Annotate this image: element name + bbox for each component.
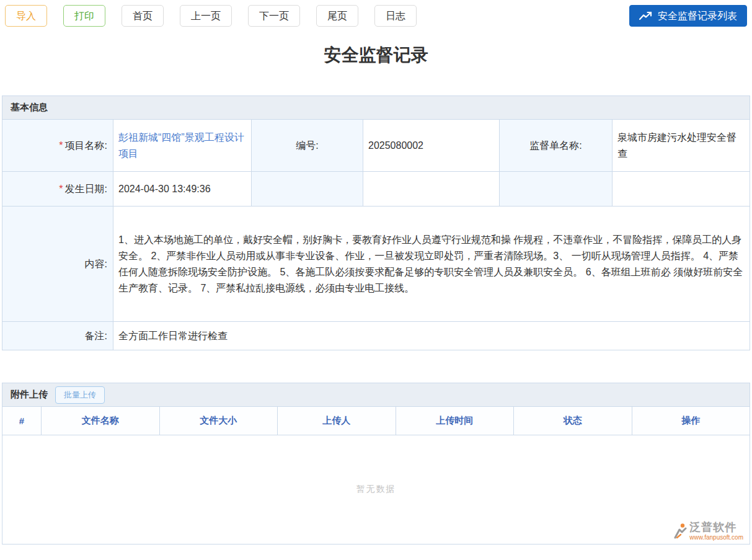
page: 导入 打印 首页 上一页 下一页 尾页 日志 安全监督记录列表 安全监督记录 基… [0, 0, 752, 544]
required-asterisk: * [59, 140, 63, 151]
occur-date-label-text: 发生日期: [65, 184, 107, 194]
basic-info-header: 基本信息 [2, 96, 750, 119]
content-value: 1、进入本场地施工的单位，戴好安全帽，别好胸卡，要教育好作业人员遵守行业规范和操… [113, 207, 750, 322]
column-file-name: 文件名称 [42, 407, 160, 435]
brand-website: www.fanpusoft.com [689, 534, 743, 541]
project-name-cell: 彭祖新城“四馆”景观工程设计项目 [113, 120, 252, 172]
trend-arrow-icon [639, 11, 652, 20]
table-row: 内容: 1、进入本场地施工的单位，戴好安全帽，别好胸卡，要教育好作业人员遵守行业… [2, 207, 750, 322]
basic-info-title: 基本信息 [11, 102, 48, 113]
first-page-button[interactable]: 首页 [122, 5, 164, 27]
toolbar: 导入 打印 首页 上一页 下一页 尾页 日志 安全监督记录列表 [2, 5, 750, 27]
project-name-label-text: 项目名称: [65, 140, 107, 151]
basic-info-table: *项目名称: 彭祖新城“四馆”景观工程设计项目 编号: 2025080002 监… [2, 119, 750, 350]
brand-name: 泛普软件 [689, 521, 743, 534]
batch-upload-button[interactable]: 批量上传 [55, 386, 105, 404]
column-uploader: 上传人 [278, 407, 396, 435]
occur-date-label: *发生日期: [2, 172, 113, 207]
empty-value-cell [613, 172, 750, 207]
fanpusoft-logo-icon [673, 521, 687, 539]
required-asterisk: * [59, 184, 63, 194]
project-name-link[interactable]: 彭祖新城“四馆”景观工程设计项目 [118, 132, 244, 159]
table-row: *项目名称: 彭祖新城“四馆”景观工程设计项目 编号: 2025080002 监… [2, 120, 750, 172]
supervision-name-label: 监督单名称: [500, 120, 613, 172]
no-data-text: 暂无数据 [356, 484, 396, 495]
occur-date-value: 2024-04-30 13:49:36 [113, 172, 252, 207]
record-list-button-label: 安全监督记录列表 [658, 6, 737, 26]
attachments-header-row: # 文件名称 文件大小 上传人 上传时间 状态 操作 [2, 407, 750, 435]
table-row: *发生日期: 2024-04-30 13:49:36 [2, 172, 750, 207]
log-button[interactable]: 日志 [374, 5, 417, 27]
remark-label: 备注: [2, 322, 113, 350]
column-upload-time: 上传时间 [396, 407, 514, 435]
brand-text: 泛普软件 www.fanpusoft.com [689, 521, 743, 541]
next-page-button[interactable]: 下一页 [248, 5, 300, 27]
page-title: 安全监督记录 [2, 43, 750, 67]
empty-label-cell [252, 172, 363, 207]
fanpusoft-brand: 泛普软件 www.fanpusoft.com [673, 521, 743, 541]
record-list-button[interactable]: 安全监督记录列表 [629, 5, 747, 27]
print-button[interactable]: 打印 [63, 5, 105, 27]
column-status: 状态 [514, 407, 632, 435]
column-operation: 操作 [632, 407, 750, 435]
empty-label-cell [500, 172, 613, 207]
last-page-button[interactable]: 尾页 [316, 5, 358, 27]
content-label: 内容: [2, 207, 113, 322]
column-file-size: 文件大小 [159, 407, 278, 435]
prev-page-button[interactable]: 上一页 [180, 5, 232, 27]
supervision-name-value: 泉城市房建污水处理安全督查 [613, 120, 750, 172]
table-row: 备注: 全方面工作日常进行检查 [2, 322, 750, 350]
attachments-header: 附件上传 批量上传 [2, 383, 750, 406]
attachments-empty-body: 暂无数据 泛普软件 www.fanpusoft.com [2, 435, 750, 544]
number-label: 编号: [252, 120, 363, 172]
project-name-label: *项目名称: [2, 120, 113, 172]
column-index: # [2, 407, 42, 435]
attachments-table: # 文件名称 文件大小 上传人 上传时间 状态 操作 [2, 406, 750, 435]
basic-info-section: 基本信息 *项目名称: 彭祖新城“四馆”景观工程设计项目 编号: 2025080… [2, 96, 750, 350]
attachments-title: 附件上传 [11, 389, 48, 401]
remark-value: 全方面工作日常进行检查 [113, 322, 750, 350]
empty-value-cell [363, 172, 500, 207]
import-button[interactable]: 导入 [5, 5, 47, 27]
attachments-section: 附件上传 批量上传 # 文件名称 文件大小 上传人 上传时间 状态 操作 暂无数… [2, 383, 750, 544]
number-value: 2025080002 [363, 120, 500, 172]
